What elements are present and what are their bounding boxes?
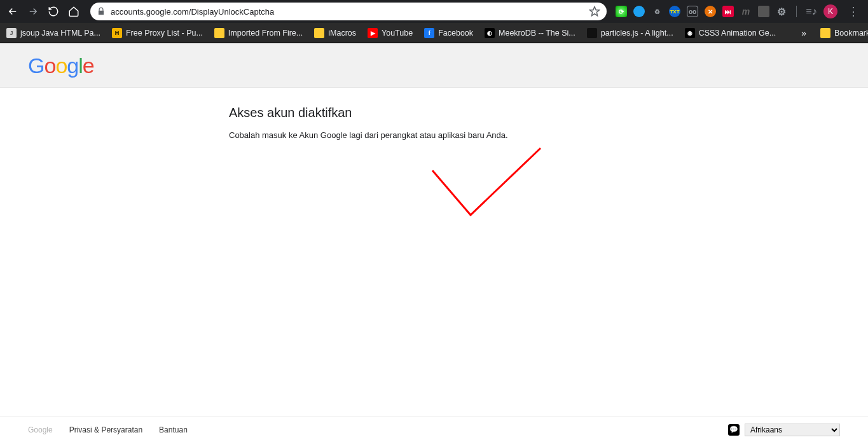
bookmark-item[interactable]: iMacros bbox=[314, 28, 356, 38]
bookmark-label: jsoup Java HTML Pa... bbox=[20, 29, 100, 38]
footer-link-privacy[interactable]: Privasi & Persyaratan bbox=[69, 425, 142, 434]
bookmark-label: Bookmark lain bbox=[834, 29, 868, 38]
bookmark-label: particles.js - A light... bbox=[601, 29, 673, 38]
url-text: accounts.google.com/DisplayUnlockCaptcha bbox=[111, 7, 274, 17]
playlist-icon[interactable]: ≡♪ bbox=[806, 6, 817, 17]
star-icon[interactable] bbox=[589, 6, 600, 17]
separator bbox=[796, 6, 797, 17]
bookmark-item[interactable]: ◉ CSS3 Animation Ge... bbox=[685, 28, 776, 38]
bookmark-item[interactable]: H Free Proxy List - Pu... bbox=[112, 28, 203, 38]
bookmarks-overflow-button[interactable]: » bbox=[799, 28, 809, 38]
bookmark-item[interactable]: Imported From Fire... bbox=[214, 28, 303, 38]
bookmark-item[interactable]: particles.js - A light... bbox=[587, 28, 673, 38]
extension-icons: ⟳ ♻ TXT oo ✕ ⏭ m ⚙ ≡♪ K ⋮ bbox=[616, 4, 863, 18]
bookmark-item[interactable]: ◐ MeekroDB -- The Si... bbox=[485, 28, 575, 38]
footer-link-help[interactable]: Bantuan bbox=[159, 425, 188, 434]
folder-icon bbox=[820, 28, 830, 38]
bookmark-label: CSS3 Animation Ge... bbox=[699, 29, 776, 38]
chat-icon[interactable]: 💬 bbox=[728, 424, 740, 436]
google-logo: Google bbox=[28, 53, 868, 78]
page-body-text: Cobalah masuk ke Akun Google lagi dari p… bbox=[229, 130, 674, 140]
ext-icon[interactable]: ⚙ bbox=[776, 6, 787, 17]
bookmarks-bar: J jsoup Java HTML Pa... H Free Proxy Lis… bbox=[0, 23, 868, 43]
back-button[interactable] bbox=[5, 4, 20, 19]
folder-icon bbox=[314, 28, 324, 38]
bookmark-label: Imported From Fire... bbox=[228, 29, 303, 38]
browser-menu-button[interactable]: ⋮ bbox=[844, 4, 863, 18]
language-select[interactable]: Afrikaans bbox=[745, 424, 840, 436]
bookmark-label: Facebook bbox=[438, 29, 473, 38]
bookmark-label: iMacros bbox=[328, 29, 356, 38]
bookmark-favicon: f bbox=[424, 28, 434, 38]
footer-brand: Google bbox=[28, 425, 53, 434]
bookmark-favicon: H bbox=[112, 28, 122, 38]
ext-icon[interactable]: ⏭ bbox=[722, 6, 734, 17]
bookmark-item[interactable]: J jsoup Java HTML Pa... bbox=[6, 28, 100, 38]
bookmark-item[interactable]: f Facebook bbox=[424, 28, 473, 38]
bookmark-favicon: J bbox=[6, 28, 17, 38]
bookmark-favicon: ▶ bbox=[368, 28, 378, 38]
ext-icon[interactable]: m bbox=[740, 6, 752, 17]
page-footer: Google Privasi & Persyaratan Bantuan 💬 A… bbox=[0, 417, 868, 442]
ext-icon[interactable] bbox=[758, 6, 769, 17]
ext-icon[interactable]: ✕ bbox=[705, 6, 716, 17]
bookmark-item[interactable]: ▶ YouTube bbox=[368, 28, 413, 38]
forward-button[interactable] bbox=[25, 4, 41, 19]
ext-icon[interactable]: TXT bbox=[669, 6, 680, 17]
bookmark-label: MeekroDB -- The Si... bbox=[499, 29, 575, 38]
checkmark-annotation bbox=[407, 145, 547, 234]
lock-icon bbox=[97, 7, 106, 16]
google-header: Google bbox=[0, 43, 868, 88]
ext-icon[interactable]: oo bbox=[687, 6, 698, 17]
main-content: Akses akun diaktifkan Cobalah masuk ke A… bbox=[229, 88, 674, 140]
reload-button[interactable] bbox=[46, 4, 61, 19]
home-button[interactable] bbox=[66, 4, 81, 19]
browser-toolbar: accounts.google.com/DisplayUnlockCaptcha… bbox=[0, 0, 868, 23]
ext-icon[interactable]: ⟳ bbox=[616, 6, 627, 17]
ext-icon[interactable]: ♻ bbox=[651, 6, 663, 17]
profile-avatar[interactable]: K bbox=[823, 4, 837, 18]
address-bar[interactable]: accounts.google.com/DisplayUnlockCaptcha bbox=[90, 3, 607, 20]
ext-icon[interactable] bbox=[633, 6, 645, 17]
bookmark-favicon: ◐ bbox=[485, 28, 495, 38]
bookmark-other-folder[interactable]: Bookmark lain bbox=[820, 28, 868, 38]
bookmark-favicon: ◉ bbox=[685, 28, 695, 38]
folder-icon bbox=[214, 28, 224, 38]
page-content: Google Akses akun diaktifkan Cobalah mas… bbox=[0, 43, 868, 417]
bookmark-label: Free Proxy List - Pu... bbox=[126, 29, 203, 38]
page-heading: Akses akun diaktifkan bbox=[229, 106, 674, 120]
bookmark-label: YouTube bbox=[382, 29, 413, 38]
bookmark-favicon bbox=[587, 28, 597, 38]
